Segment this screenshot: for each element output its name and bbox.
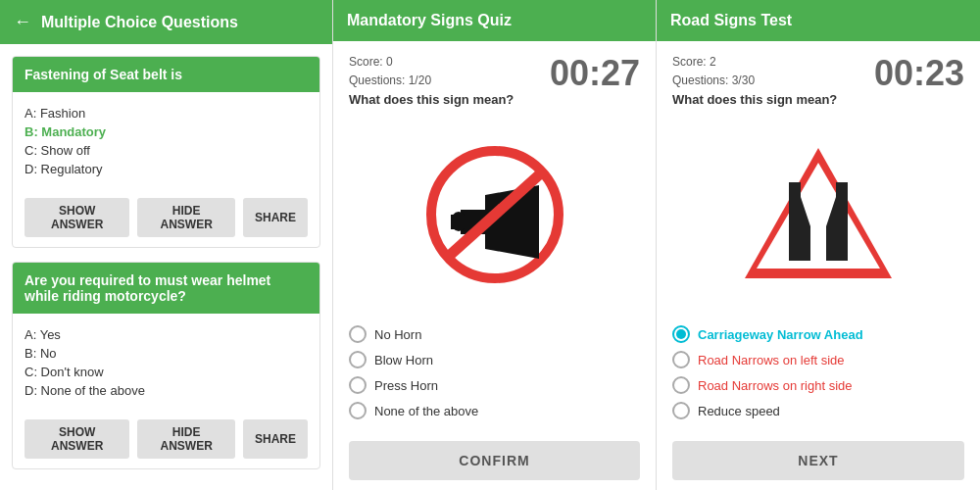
option-no-horn[interactable]: No Horn [349,325,640,343]
middle-score-row: Score: 0 Questions: 1/20 What does this … [349,53,640,107]
option-d-2: D: None of the above [24,383,308,398]
right-sign-container [672,107,964,321]
radio-narrows-left[interactable] [672,351,690,368]
question-body-1: A: Fashion B: Mandatory C: Show off D: R… [13,92,319,190]
middle-score-info: Score: 0 Questions: 1/20 What does this … [349,53,514,107]
middle-score-label: Score: 0 [349,53,514,72]
option-blow-horn[interactable]: Blow Horn [349,351,640,368]
option-press-horn-label: Press Horn [374,378,438,393]
question-title-1: Fastening of Seat belt is [13,57,319,92]
left-panel-title: Multiple Choice Questions [41,14,238,31]
svg-rect-8 [811,226,825,261]
option-c-1: C: Show off [24,143,308,158]
radio-none-above-mid[interactable] [349,402,367,419]
option-narrows-right[interactable]: Road Narrows on right side [672,376,964,394]
narrow-road-sign-svg [740,143,897,285]
middle-panel: Mandatory Signs Quiz Score: 0 Questions:… [333,0,657,490]
option-narrows-right-label: Road Narrows on right side [698,378,853,393]
middle-panel-header: Mandatory Signs Quiz [333,0,656,41]
left-panel: ← Multiple Choice Questions Fastening of… [0,0,333,490]
middle-timer: 00:27 [550,53,640,94]
back-arrow-icon[interactable]: ← [14,12,31,32]
option-c-2: C: Don't know [24,365,308,379]
question-body-2: A: Yes B: No C: Don't know D: None of th… [13,314,319,412]
right-what-sign: What does this sign mean? [672,92,837,107]
right-quiz-content: Score: 2 Questions: 3/30 What does this … [657,41,980,431]
option-none-above-mid[interactable]: None of the above [349,402,640,419]
no-horn-svg [426,146,564,283]
middle-questions-label: Questions: 1/20 [349,72,514,90]
share-button-1[interactable]: SHARE [243,198,308,237]
option-reduce-speed-label: Reduce speed [698,404,780,418]
right-score-label: Score: 2 [672,53,837,72]
option-carriageway[interactable]: Carriageway Narrow Ahead [672,325,964,343]
option-narrows-left-label: Road Narrows on left side [698,353,845,368]
question-card-2: Are you required to must wear helmet whi… [12,262,320,469]
share-button-2[interactable]: SHARE [243,419,308,459]
hide-answer-button-2[interactable]: HIDE ANSWER [137,419,235,459]
right-panel-header: Road Signs Test [657,0,980,41]
option-a-1: A: Fashion [24,106,308,121]
option-d-1: D: Regulatory [24,162,308,176]
option-reduce-speed[interactable]: Reduce speed [672,402,964,419]
next-button[interactable]: NEXT [672,441,964,480]
radio-reduce-speed[interactable] [672,402,690,419]
radio-narrows-right[interactable] [672,376,690,394]
right-questions-label: Questions: 3/30 [672,72,837,90]
option-narrows-left[interactable]: Road Narrows on left side [672,351,964,368]
right-score-row: Score: 2 Questions: 3/30 What does this … [672,53,964,107]
middle-panel-title: Mandatory Signs Quiz [347,12,512,29]
option-b-1: B: Mandatory [24,124,308,139]
radio-blow-horn[interactable] [349,351,367,368]
right-footer: NEXT [657,431,980,490]
option-none-above-mid-label: None of the above [374,404,478,418]
middle-what-sign: What does this sign mean? [349,92,514,107]
question-title-2: Are you required to must wear helmet whi… [13,263,319,314]
middle-sign-container [349,107,640,321]
option-no-horn-label: No Horn [374,327,421,342]
option-blow-horn-label: Blow Horn [374,353,433,368]
radio-press-horn[interactable] [349,376,367,394]
middle-quiz-content: Score: 0 Questions: 1/20 What does this … [333,41,656,431]
option-b-2: B: No [24,346,308,361]
left-panel-header: ← Multiple Choice Questions [0,0,332,44]
right-panel-title: Road Signs Test [670,12,792,29]
show-answer-button-2[interactable]: SHOW ANSWER [24,419,129,459]
svg-point-4 [451,212,466,231]
confirm-button[interactable]: CONFIRM [349,441,640,480]
option-carriageway-label: Carriageway Narrow Ahead [698,327,863,342]
middle-footer: CONFIRM [333,431,656,490]
right-panel: Road Signs Test Score: 2 Questions: 3/30… [657,0,980,490]
middle-radio-options: No Horn Blow Horn Press Horn None of the… [349,325,640,419]
question-card-1: Fastening of Seat belt is A: Fashion B: … [12,56,320,248]
show-answer-button-1[interactable]: SHOW ANSWER [24,198,129,237]
btn-row-1: SHOW ANSWER HIDE ANSWER SHARE [13,190,319,247]
btn-row-2: SHOW ANSWER HIDE ANSWER SHARE [13,412,319,468]
right-score-info: Score: 2 Questions: 3/30 What does this … [672,53,837,107]
radio-no-horn[interactable] [349,325,367,343]
option-a-2: A: Yes [24,327,308,342]
radio-carriageway[interactable] [672,325,690,343]
left-panel-content: Fastening of Seat belt is A: Fashion B: … [0,44,332,490]
no-horn-sign [426,146,564,283]
option-press-horn[interactable]: Press Horn [349,376,640,394]
hide-answer-button-1[interactable]: HIDE ANSWER [137,198,235,237]
right-timer: 00:23 [874,53,964,94]
right-radio-options: Carriageway Narrow Ahead Road Narrows on… [672,325,964,419]
